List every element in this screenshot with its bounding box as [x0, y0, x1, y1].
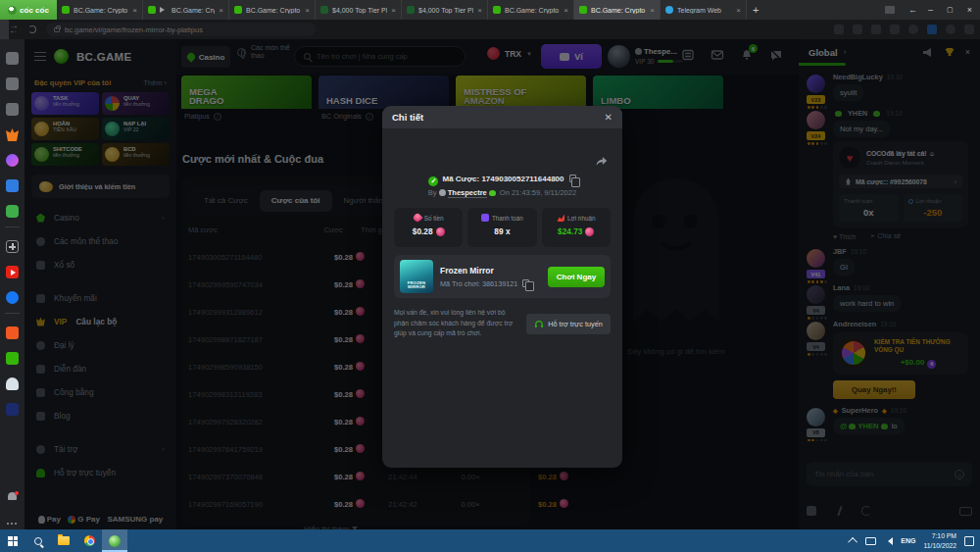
minimize-button[interactable]: – — [928, 5, 933, 15]
tab-close-icon[interactable]: × — [650, 6, 655, 15]
tab-title: Telegram Web — [677, 7, 732, 14]
stat-label: Lợi nhuận — [567, 215, 595, 222]
facebook-icon[interactable] — [6, 291, 19, 304]
taskbar-search-icon[interactable] — [25, 529, 51, 552]
maximize-button[interactable]: ▢ — [947, 6, 954, 14]
browser-tab-bar: cốc cốc BC.Game: Crypto Ca×BC.Game: Cryp… — [0, 0, 980, 20]
bet-id-line: ✓Mã Cược: 1749030052711644800 — [382, 175, 622, 186]
coccoc-menu-button[interactable]: cốc cốc — [0, 0, 57, 20]
bcgame-favicon-icon — [62, 6, 70, 14]
tab-title: BC.Game: Crypto Ca — [505, 7, 560, 14]
close-window-button[interactable]: × — [967, 5, 972, 15]
network-icon[interactable] — [865, 537, 876, 545]
tab-title: BC.Game: Crypto Ca — [246, 7, 301, 14]
youtube-icon[interactable] — [6, 266, 19, 278]
volume-icon[interactable] — [884, 537, 893, 545]
chrome-icon[interactable] — [76, 529, 102, 552]
modal-stat-card: Thanh toán89 x — [467, 208, 536, 247]
player-name[interactable]: Thespectre — [448, 188, 487, 198]
coccoc-taskbar-icon[interactable] — [102, 529, 127, 552]
promo-favicon-icon — [407, 6, 415, 14]
stat-label: Thanh toán — [492, 215, 523, 222]
games-icon[interactable] — [6, 205, 19, 218]
crown-icon[interactable] — [6, 128, 19, 141]
coccoc-brand-label: cốc cốc — [20, 6, 49, 15]
newsfeed-icon[interactable] — [6, 103, 19, 116]
stat-value: $24.73 — [542, 226, 611, 236]
modal-stat-card: Lợi nhuận$24.73 — [542, 208, 611, 247]
game-name: Frozen Mirror — [440, 266, 529, 276]
badminton-app-icon[interactable] — [6, 377, 19, 390]
browser-tab[interactable]: BC.Game: Crypto Ca× — [57, 0, 143, 20]
tab-close-icon[interactable]: × — [564, 6, 568, 15]
tray-expand-icon[interactable] — [848, 537, 858, 547]
bet-id-value: 1749030052711644800 — [481, 175, 564, 183]
sidebar-more-icon[interactable] — [6, 517, 19, 529]
navy-app-icon[interactable] — [6, 403, 19, 416]
divider — [5, 313, 20, 314]
reopen-tab-icon[interactable]: ← — [908, 5, 917, 15]
game-id-value: 386139121 — [482, 279, 518, 288]
notification-center-icon[interactable] — [964, 536, 974, 546]
forward-button[interactable]: → — [9, 20, 980, 39]
tab-close-icon[interactable]: × — [736, 6, 741, 15]
telegram-favicon-icon — [665, 6, 673, 14]
add-icon[interactable] — [6, 240, 19, 253]
game-thumbnail[interactable]: FROZEN MIRROR — [400, 260, 433, 293]
modal-close-icon[interactable]: ✕ — [605, 112, 612, 123]
file-explorer-icon[interactable] — [51, 529, 76, 552]
tab-close-icon[interactable]: × — [477, 6, 482, 15]
tab-close-icon[interactable]: × — [219, 6, 223, 15]
share-icon[interactable] — [595, 153, 609, 171]
bcgame-favicon-icon — [493, 6, 501, 14]
live-support-button[interactable]: Hỗ trợ trực tuyến — [526, 314, 611, 334]
frog-emoji-icon — [489, 190, 496, 196]
profit-icon — [557, 214, 564, 222]
tab-title: BC.Game: Crypto Ca — [74, 7, 128, 14]
browser-tab[interactable]: BC.Game: Crypt× — [143, 0, 229, 20]
tab-close-icon[interactable]: × — [305, 6, 310, 15]
currency-token-icon — [585, 227, 594, 236]
history-icon[interactable] — [6, 77, 19, 90]
copy-icon[interactable] — [569, 175, 576, 182]
browser-tab[interactable]: BC.Game: Crypto Ca× — [229, 0, 316, 20]
tv360-app-icon[interactable] — [6, 326, 19, 339]
tab-preview-icon[interactable] — [885, 6, 895, 14]
tab-close-icon[interactable]: × — [132, 6, 137, 15]
tab-title: $4,000 Top Tier Plati — [332, 7, 387, 14]
screen: cốc cốc BC.Game: Crypto Ca×BC.Game: Cryp… — [0, 0, 980, 552]
browser-tab[interactable]: Telegram Web× — [661, 0, 747, 20]
promo-favicon-icon — [320, 6, 328, 14]
bcgame-favicon-icon — [579, 6, 587, 14]
play-now-button[interactable]: Chơi Ngay — [548, 267, 605, 287]
copy-icon[interactable] — [522, 279, 529, 287]
bcgame-favicon-icon — [148, 6, 156, 14]
browser-tab[interactable]: $4,000 Top Tier Plat× — [402, 0, 488, 20]
settings-icon[interactable] — [6, 52, 19, 65]
window-controls: – ▢ × — [928, 0, 972, 20]
stat-label-row: Số tiền — [394, 214, 463, 222]
sidebar-notifications-icon[interactable] — [6, 491, 19, 504]
browser-tab[interactable]: $4,000 Top Tier Plati× — [316, 0, 402, 20]
green-app-icon[interactable] — [6, 352, 19, 365]
start-button[interactable] — [0, 529, 25, 552]
language-indicator[interactable]: ENG — [901, 537, 915, 544]
tab-close-icon[interactable]: × — [391, 6, 396, 15]
bet-datetime: 21:43:59, 9/11/2022 — [512, 188, 576, 197]
game-card: FROZEN MIRROR Frozen Mirror Mã Trò chơi:… — [394, 255, 611, 298]
browser-tab[interactable]: BC.Game: Crypto Ca× — [574, 0, 661, 20]
game-id-line: Mã Trò chơi: 386139121 — [440, 279, 529, 288]
tab-tools: ← — [885, 0, 917, 20]
clock[interactable]: 7:10 PM11/10/2022 — [923, 531, 956, 549]
messenger-icon[interactable] — [6, 154, 19, 167]
support-help-text: Mọi vấn đề, xin vui lòng liên hệ với bộ … — [394, 308, 519, 339]
zalo-icon[interactable] — [6, 179, 19, 192]
page-viewport: BC.GAME Đặc quyền VIP của tôi Thêm › TAS… — [24, 39, 980, 529]
new-tab-button[interactable]: + — [753, 4, 759, 16]
verified-check-icon: ✓ — [428, 176, 438, 186]
player-icon — [439, 189, 446, 196]
coccoc-logo-icon — [8, 6, 17, 15]
browser-tab[interactable]: BC.Game: Crypto Ca× — [488, 0, 574, 20]
currency-token-icon — [436, 227, 445, 236]
tab-title: BC.Game: Crypto Ca — [591, 7, 646, 14]
